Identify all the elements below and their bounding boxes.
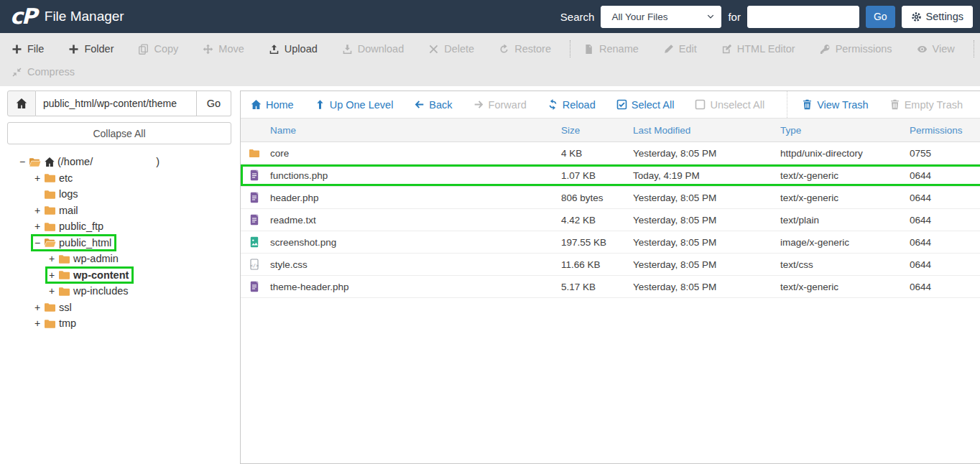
expand-toggle[interactable]: + [34,172,44,184]
upload-button[interactable]: Upload [269,43,318,55]
expand-toggle[interactable]: + [34,221,44,232]
table-row[interactable]: theme-header.php 5.17 KB Yesterday, 8:05… [241,276,980,298]
file-button[interactable]: File [11,43,44,55]
folder-icon [58,269,70,280]
tree-item-home[interactable]: − (/home/ ) [7,154,231,170]
permissions-button[interactable]: Permissions [820,43,892,55]
file-name: core [270,148,289,159]
file-type: text/plain [780,215,910,226]
tree-item-public-html[interactable]: −public_html [7,235,231,251]
table-row-highlighted[interactable]: functions.php 1.07 KB Today, 4:19 PM tex… [241,164,980,187]
file-size: 197.55 KB [561,237,633,248]
edit-button[interactable]: Edit [663,43,697,55]
file-permissions: 0755 [910,148,980,159]
pencil-square-icon [721,44,732,55]
compress-button[interactable]: Compress [11,66,75,78]
expand-toggle[interactable]: + [49,285,58,297]
column-header-permissions[interactable]: Permissions [910,125,980,136]
settings-button[interactable]: Settings [902,6,973,28]
download-button-label: Download [358,43,405,55]
folder-icon [44,205,56,215]
tree-item-ssl[interactable]: +ssl [7,300,231,316]
folder-button-label: Folder [84,43,114,55]
tree-item-label: wp-admin [73,253,119,264]
empty-trash-button[interactable]: Empty Trash [889,91,963,118]
tree-item-label: etc [59,172,73,184]
tree-item-label: wp-content [73,269,129,281]
expand-toggle[interactable]: + [34,317,44,329]
table-row[interactable]: screenshot.png 197.55 KB Yesterday, 8:05… [241,231,980,254]
folder-button[interactable]: Folder [68,43,114,55]
arrow-up-icon [315,99,325,110]
forward-button[interactable]: Forward [473,91,527,118]
search-go-button[interactable]: Go [866,6,895,28]
rename-button[interactable]: Rename [583,43,639,55]
reload-button[interactable]: Reload [547,91,596,118]
tree-item-tmp[interactable]: +tmp [7,315,231,332]
table-row[interactable]: core 4 KB Yesterday, 8:05 PM httpd/unix-… [241,142,980,164]
column-header-last-modified[interactable]: Last Modified [633,125,780,136]
tree-item-wp-admin[interactable]: +wp-admin [7,251,231,267]
css-file-icon [249,259,260,270]
expand-toggle[interactable]: + [49,253,58,264]
column-header-type[interactable]: Type [780,125,910,136]
copy-button[interactable]: Copy [138,43,178,55]
home-nav-label: Home [266,99,294,111]
file-modified: Yesterday, 8:05 PM [633,259,780,270]
tree-item-label: ssl [59,302,72,313]
path-home-button[interactable] [7,91,36,116]
file-modified: Yesterday, 8:05 PM [633,282,780,292]
view-button[interactable]: View [917,43,955,55]
folder-icon [44,221,56,232]
unselect-all-button[interactable]: Unselect All [695,91,764,118]
search-scope-value: All Your Files [611,11,667,22]
expand-toggle[interactable]: + [49,269,58,281]
edit-button-label: Edit [679,43,697,55]
tree-item-label: mail [59,205,78,216]
upload-icon [269,44,279,55]
annotation-box: −public_html [33,236,114,249]
column-header-size[interactable]: Size [561,125,633,136]
tree-item-wp-includes[interactable]: +wp-includes [7,283,231,300]
home-nav-button[interactable]: Home [251,91,294,118]
table-row[interactable]: style.css 11.66 KB Yesterday, 8:05 PM te… [241,254,980,276]
file-permissions: 0644 [910,282,980,292]
up-one-level-button[interactable]: Up One Level [315,91,394,118]
collapse-toggle[interactable]: − [19,156,29,167]
html-editor-button[interactable]: HTML Editor [721,43,795,55]
search-input[interactable] [747,6,859,28]
collapse-toggle[interactable]: − [34,237,44,249]
tree-item-etc[interactable]: +etc [7,170,231,187]
path-go-button[interactable]: Go [197,91,231,116]
x-icon [428,44,439,55]
trash-icon [889,99,900,110]
trash-group: View Trash Empty Trash [787,91,980,118]
tree-item-public-ftp[interactable]: +public_ftp [7,218,231,235]
forward-label: Forward [489,99,527,111]
back-label: Back [429,99,452,111]
open-folder-icon [29,157,41,167]
restore-button[interactable]: Restore [499,43,551,55]
tree-item-label: (/home/ [57,156,93,167]
view-trash-button[interactable]: View Trash [802,91,868,118]
back-button[interactable]: Back [414,91,452,118]
download-button[interactable]: Download [342,43,405,55]
tree-item-wp-content[interactable]: +wp-content [7,267,231,284]
table-row[interactable]: readme.txt 4.42 KB Yesterday, 8:05 PM te… [241,209,980,231]
path-input[interactable] [36,91,197,116]
search-scope-select[interactable]: All Your Files [601,6,721,28]
tree-item-mail[interactable]: +mail [7,203,231,219]
expand-toggle[interactable]: + [34,205,44,216]
collapse-all-button[interactable]: Collapse All [7,122,231,144]
column-header-name[interactable]: Name [241,125,561,136]
delete-button[interactable]: Delete [428,43,474,55]
folder-icon [44,318,56,329]
folder-icon [44,172,56,183]
tree-item-logs[interactable]: logs [7,186,231,203]
expand-toggle[interactable]: + [34,302,44,313]
upload-button-label: Upload [285,43,318,55]
move-button[interactable]: Move [203,43,244,55]
table-row[interactable]: header.php 806 bytes Yesterday, 8:05 PM … [241,187,980,209]
folder-icon [58,254,70,264]
select-all-button[interactable]: Select All [616,91,675,118]
